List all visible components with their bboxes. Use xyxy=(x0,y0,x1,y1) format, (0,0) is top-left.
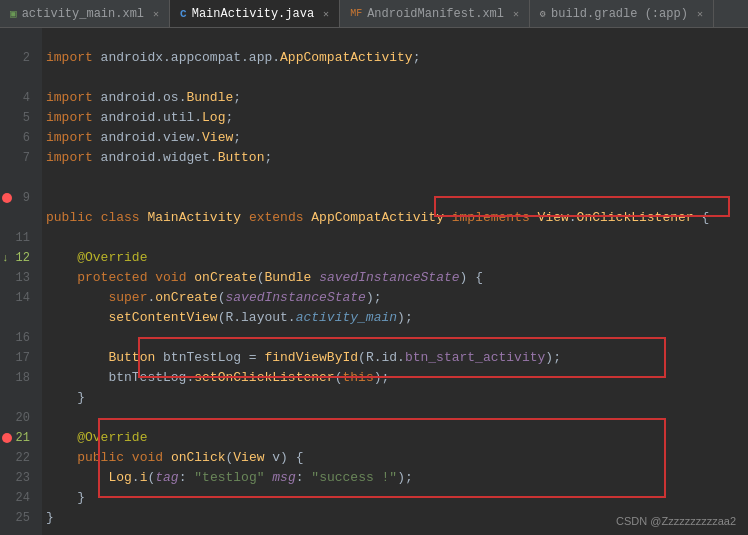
gutter-line-10 xyxy=(0,208,36,228)
gutter-line-25: 25 xyxy=(0,508,36,528)
line-number-gutter: 24567911↓12131416171820↓2122232425 xyxy=(0,28,42,535)
tab-label-java: MainActivity.java xyxy=(192,7,314,21)
code-wrapper: import androidx.appcompat.app.AppCompatA… xyxy=(42,28,748,535)
tab-icon-gradle: ⚙ xyxy=(540,8,546,20)
code-line-9: public class MainActivity extends AppCom… xyxy=(46,208,748,228)
gutter-line-21: ↓21 xyxy=(0,428,36,448)
tab-icon-manifest: MF xyxy=(350,8,362,19)
gutter-line-16: 16 xyxy=(0,328,36,348)
code-content[interactable]: import androidx.appcompat.app.AppCompatA… xyxy=(42,28,748,528)
code-line-19 xyxy=(46,408,748,428)
code-line-17: btnTestLog.setOnClickListener(this); xyxy=(46,368,748,388)
code-line-18: } xyxy=(46,388,748,408)
gutter-line-14: 14 xyxy=(0,288,36,308)
tab-close-xml[interactable]: ✕ xyxy=(153,8,159,20)
gutter-line-2: 2 xyxy=(0,48,36,68)
tab-main-activity[interactable]: C MainActivity.java ✕ xyxy=(170,0,340,27)
gutter-line-20: 20 xyxy=(0,408,36,428)
gutter-line-7: 7 xyxy=(0,148,36,168)
tab-bar: ▣ activity_main.xml ✕ C MainActivity.jav… xyxy=(0,0,748,28)
gutter-line-4: 4 xyxy=(0,88,36,108)
code-line-10 xyxy=(46,228,748,248)
code-line-8 xyxy=(46,188,748,208)
tab-activity-xml[interactable]: ▣ activity_main.xml ✕ xyxy=(0,0,170,27)
code-line-14: setContentView(R.layout.activity_main); xyxy=(46,308,748,328)
code-line-1: import androidx.appcompat.app.AppCompatA… xyxy=(46,48,748,68)
tab-icon-xml: ▣ xyxy=(10,7,17,20)
gutter-line-24: 24 xyxy=(0,488,36,508)
watermark: CSDN @Zzzzzzzzzzaa2 xyxy=(616,515,736,527)
gutter-line-3 xyxy=(0,68,36,88)
tab-label-xml: activity_main.xml xyxy=(22,7,144,21)
code-line-22: Log.i(tag: "testlog" msg: "success !"); xyxy=(46,468,748,488)
tab-gradle[interactable]: ⚙ build.gradle (:app) ✕ xyxy=(530,0,714,27)
gutter-line-22: 22 xyxy=(0,448,36,468)
gutter-line-1 xyxy=(0,28,36,48)
tab-label-manifest: AndroidManifest.xml xyxy=(367,7,504,21)
tab-close-manifest[interactable]: ✕ xyxy=(513,8,519,20)
gutter-line-9: 9 xyxy=(0,188,36,208)
code-line-0 xyxy=(46,28,748,48)
tab-icon-java: C xyxy=(180,8,187,20)
code-line-11: @Override xyxy=(46,248,748,268)
gutter-line-13: 13 xyxy=(0,268,36,288)
tab-label-gradle: build.gradle (:app) xyxy=(551,7,688,21)
gutter-line-19 xyxy=(0,388,36,408)
gutter-line-11: 11 xyxy=(0,228,36,248)
code-line-21: public void onClick(View v) { xyxy=(46,448,748,468)
gutter-line-6: 6 xyxy=(0,128,36,148)
code-line-6: import android.widget.Button; xyxy=(46,148,748,168)
gutter-line-15 xyxy=(0,308,36,328)
gutter-line-8 xyxy=(0,168,36,188)
gutter-line-5: 5 xyxy=(0,108,36,128)
gutter-line-17: 17 xyxy=(0,348,36,368)
code-line-4: import android.util.Log; xyxy=(46,108,748,128)
code-line-20: @Override xyxy=(46,428,748,448)
code-line-13: super.onCreate(savedInstanceState); xyxy=(46,288,748,308)
code-line-3: import android.os.Bundle; xyxy=(46,88,748,108)
code-line-16: Button btnTestLog = findViewById(R.id.bt… xyxy=(46,348,748,368)
code-line-15 xyxy=(46,328,748,348)
code-line-12: protected void onCreate(Bundle savedInst… xyxy=(46,268,748,288)
gutter-line-12: ↓12 xyxy=(0,248,36,268)
gutter-line-18: 18 xyxy=(0,368,36,388)
tab-close-gradle[interactable]: ✕ xyxy=(697,8,703,20)
code-line-23: } xyxy=(46,488,748,508)
tab-manifest[interactable]: MF AndroidManifest.xml ✕ xyxy=(340,0,530,27)
code-line-5: import android.view.View; xyxy=(46,128,748,148)
gutter-line-23: 23 xyxy=(0,468,36,488)
tab-close-java[interactable]: ✕ xyxy=(323,8,329,20)
code-area: 24567911↓12131416171820↓2122232425 impor… xyxy=(0,28,748,535)
code-line-2 xyxy=(46,68,748,88)
code-line-7 xyxy=(46,168,748,188)
